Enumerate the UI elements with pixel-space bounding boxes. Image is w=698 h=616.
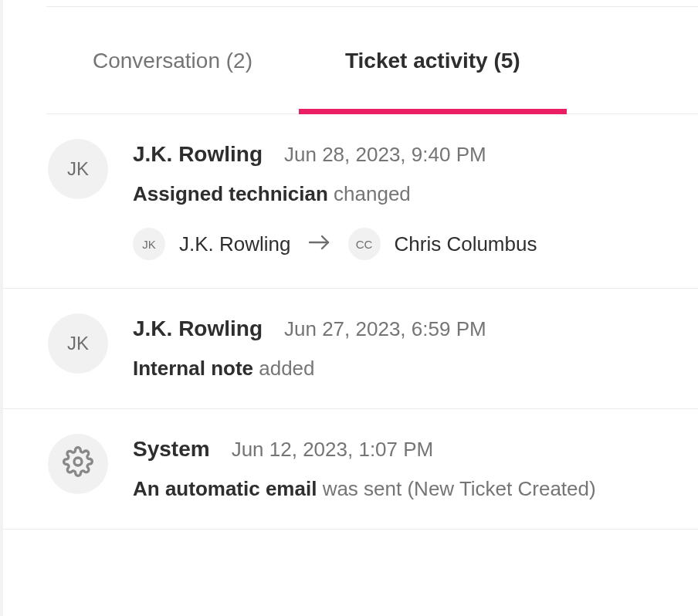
author-name: J.K. Rowling — [133, 142, 263, 167]
avatar: JK — [48, 313, 108, 374]
activity-item: JK J.K. Rowling Jun 28, 2023, 9:40 PM As… — [3, 114, 698, 289]
avatar-system — [48, 434, 108, 494]
avatar: JK — [48, 139, 108, 199]
timestamp: Jun 27, 2023, 6:59 PM — [284, 317, 486, 341]
activity-item: JK J.K. Rowling Jun 27, 2023, 6:59 PM In… — [3, 289, 698, 409]
tab-conversation[interactable]: Conversation (2) — [46, 7, 299, 113]
action-description: Assigned technician changed — [133, 182, 679, 206]
arrow-right-icon — [305, 232, 334, 256]
tabs: Conversation (2) Ticket activity (5) — [46, 7, 698, 114]
activity-item: System Jun 12, 2023, 1:07 PM An automati… — [3, 409, 698, 530]
timestamp: Jun 28, 2023, 9:40 PM — [284, 143, 486, 167]
author-name: J.K. Rowling — [133, 316, 263, 341]
change-to-name: Chris Columbus — [395, 232, 537, 256]
author-name: System — [133, 437, 210, 462]
timestamp: Jun 12, 2023, 1:07 PM — [232, 438, 434, 462]
tab-ticket-activity[interactable]: Ticket activity (5) — [299, 7, 567, 113]
change-detail: JK J.K. Rowling CC Chris Columbus — [133, 228, 679, 260]
svg-point-1 — [74, 458, 82, 465]
avatar-small: CC — [348, 228, 381, 260]
action-description: Internal note added — [133, 357, 679, 381]
gear-icon — [63, 446, 93, 482]
avatar-small: JK — [133, 228, 165, 260]
action-description: An automatic email was sent (New Ticket … — [133, 477, 679, 501]
change-from-name: J.K. Rowling — [179, 232, 291, 256]
